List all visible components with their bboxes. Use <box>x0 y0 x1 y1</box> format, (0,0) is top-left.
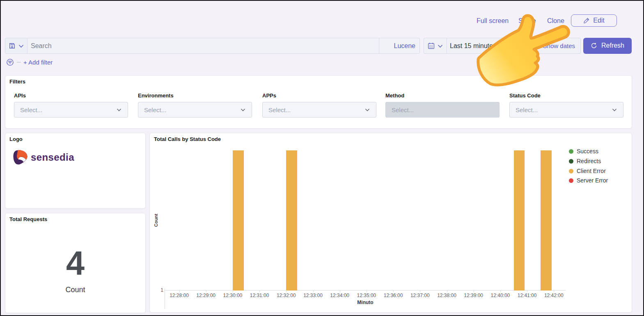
svg-text:sensedia: sensedia <box>31 152 74 163</box>
